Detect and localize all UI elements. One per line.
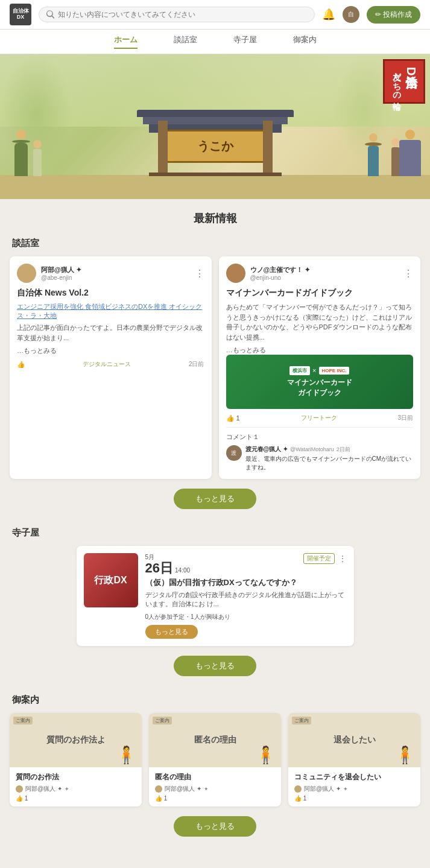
card1-date: 2日前: [189, 360, 204, 369]
card1-handle: @abe-enjin: [41, 274, 190, 281]
cross-symbol: ×: [312, 367, 316, 374]
comment-date: 2日前: [337, 446, 350, 454]
annai-label: 御案内: [10, 694, 420, 706]
card1-user: 阿部@猟人 ✦ @abe-enjin: [41, 265, 190, 281]
terakoya-more-wrap: もっと見る: [10, 656, 420, 676]
annai-grid: ご案内 質問のお作法よ 🧍 質問のお作法 阿部@猟人 ✦ ✦ 👍 1 ご案内: [10, 713, 420, 806]
card2-username: ウノ@主催です！ ✦: [250, 265, 399, 274]
annai-body-1: 質問のお作法 阿部@猟人 ✦ ✦ 👍 1: [10, 767, 142, 806]
card1-link[interactable]: エンジニア採用を強化 食領域ビジネスのDXを推進 オイシックス・ラ・大地: [17, 302, 204, 320]
page-title: 最新情報: [10, 211, 420, 226]
hero-badge: 自治体DX友だちの輪: [383, 59, 425, 104]
search-input[interactable]: [58, 10, 306, 19]
hero-figure-3: [365, 133, 382, 176]
annai-img-text-1: 質問のお作法よ: [46, 735, 106, 746]
annai-dot-1: [16, 785, 23, 793]
terakoya-section: 寺子屋 行政DX 5月 26日 14:00 開催予定 ⋮: [10, 527, 420, 676]
annai-body-3: コミュニティを退会したい 阿部@猟人 ✦ ✦ 👍 1: [288, 767, 420, 806]
comments-count[interactable]: コメント１: [226, 432, 414, 442]
card2-text: あらためて「マイナンバーで何ができるんだっけ？」って知ろうと思うきっかけになる（…: [226, 302, 414, 342]
card2-date: 3日前: [397, 414, 413, 422]
avatar-icon: 自: [348, 10, 354, 19]
hero-figure-1: [12, 130, 30, 176]
gate-sign: うこか: [197, 138, 233, 154]
main-content: 最新情報 談話室 阿部@猟人 ✦ @abe-enjin ⋮ 自治体 News V…: [0, 199, 430, 867]
card1-avatar: [17, 264, 36, 283]
card1-more[interactable]: …もっとみる: [17, 346, 204, 355]
annai-title-3: コミュニティを退会したい: [294, 772, 414, 782]
card2-more[interactable]: …もっとみる: [226, 346, 414, 355]
nav-home[interactable]: ホーム: [114, 34, 138, 49]
annai-img-text-3: 退会したい: [334, 735, 376, 746]
hero-figure-2: [33, 140, 42, 176]
nav-annai[interactable]: 御案内: [293, 34, 317, 49]
card2-header: ウノ@主催です！ ✦ @enjin-uno ⋮: [226, 264, 414, 283]
card2-like[interactable]: 👍 1: [226, 414, 240, 422]
annai-user-2: 阿部@猟人 ✦: [165, 785, 201, 793]
card1-like[interactable]: 👍: [17, 361, 25, 369]
card1-header: 阿部@猟人 ✦ @abe-enjin ⋮: [17, 264, 204, 283]
terakoya-header: 5月 26日 14:00 開催予定 ⋮: [145, 553, 347, 575]
annai-more-wrap: もっと見る: [10, 816, 420, 837]
hero-banner: うこか 自治体DX友だちの輪: [0, 54, 430, 199]
danwashitsu-more-button[interactable]: もっと見る: [174, 489, 256, 509]
card1-footer: 👍 デジタルニュース 2日前: [17, 360, 204, 369]
danwashitsu-card-1: 阿部@猟人 ✦ @abe-enjin ⋮ 自治体 News Vol.2 エンジニ…: [10, 256, 212, 479]
terakoya-date-block: 5月 26日 14:00: [145, 553, 191, 575]
terakoya-section-more-button[interactable]: もっと見る: [174, 656, 256, 676]
annai-figure-2: 🧍: [255, 745, 276, 765]
annai-title-2: 匿名の理由: [155, 772, 275, 782]
main-nav: ホーム 談話室 寺子屋 御案内: [0, 30, 430, 54]
danwashitsu-label: 談話室: [10, 238, 420, 249]
nav-danwashitsu[interactable]: 談話室: [174, 34, 197, 49]
annai-card-2[interactable]: ご案内 匿名の理由 🧍 匿名の理由 阿部@猟人 ✦ ✦ 👍 1: [149, 713, 281, 806]
annai-img-label-1: ご案内: [13, 717, 33, 724]
annai-title-1: 質問のお作法: [16, 772, 136, 782]
terakoya-more-button[interactable]: もっと見る: [145, 625, 198, 639]
comment-item: 渡 渡元春@猟人 ✦ @WatariMotoharu 2日前 最近、電車内の広告…: [226, 445, 414, 472]
card2-user: ウノ@主催です！ ✦ @enjin-uno: [250, 265, 399, 281]
annai-img-1: ご案内 質問のお作法よ 🧍: [10, 713, 142, 767]
post-create-button[interactable]: ✏ 投稿作成: [367, 6, 420, 24]
card2-avatar: [226, 264, 245, 283]
annai-card-3[interactable]: ご案内 退会したい 🧍 コミュニティを退会したい 阿部@猟人 ✦ ✦ 👍 1: [288, 713, 420, 806]
annai-img-2: ご案内 匿名の理由 🧍: [149, 713, 281, 767]
annai-dot-2: [155, 785, 162, 793]
nav-terakoya[interactable]: 寺子屋: [233, 34, 257, 49]
site-logo[interactable]: 自治体DX: [10, 4, 31, 25]
terakoya-body: 5月 26日 14:00 開催予定 ⋮ （仮）国が目指す行政DXってなんですか？…: [145, 553, 347, 639]
danwashitsu-more-wrap: もっと見る: [10, 489, 420, 509]
card1-text: 上記の記事が面白かったですよ。日本の農業分野でデジタル改革支援が始まり...: [17, 323, 204, 343]
annai-figure-1: 🧍: [116, 745, 137, 765]
terakoya-day: 26日 14:00: [145, 562, 191, 575]
card1-title: 自治体 News Vol.2: [17, 288, 204, 299]
card2-title: マイナンバーカードガイドブック: [226, 288, 414, 299]
terakoya-menu-button[interactable]: ⋮: [338, 554, 347, 563]
card2-image: 横浜市 × HOPE INC. マイナンバーカードガイドブック: [226, 355, 414, 409]
annai-body-2: 匿名の理由 阿部@猟人 ✦ ✦ 👍 1: [149, 767, 281, 806]
danwashitsu-cards: 阿部@猟人 ✦ @abe-enjin ⋮ 自治体 News Vol.2 エンジニ…: [10, 256, 420, 479]
annai-img-text-2: 匿名の理由: [194, 735, 236, 746]
annai-card-1[interactable]: ご案内 質問のお作法よ 🧍 質問のお作法 阿部@猟人 ✦ ✦ 👍 1: [10, 713, 142, 806]
user-avatar[interactable]: 自: [343, 6, 359, 23]
annai-img-label-3: ご案内: [292, 717, 311, 724]
card1-menu-button[interactable]: ⋮: [195, 268, 204, 279]
terakoya-title: （仮）国が目指す行政DXってなんですか？: [145, 577, 347, 588]
yokohama-label: 横浜市: [289, 366, 310, 375]
annai-more-button[interactable]: もっと見る: [174, 816, 256, 837]
card1-tag: デジタルニュース: [83, 360, 131, 369]
annai-meta-2: 阿部@猟人 ✦ ✦: [155, 785, 275, 793]
card2-comments: コメント１ 渡 渡元春@猟人 ✦ @WatariMotoharu 2日前 最近、…: [226, 427, 414, 472]
card2-menu-button[interactable]: ⋮: [403, 268, 413, 279]
search-bar: [39, 7, 315, 22]
card2-tag: フリートーク: [301, 414, 337, 422]
terakoya-card: 行政DX 5月 26日 14:00 開催予定 ⋮ （仮）国が目指す: [77, 546, 354, 646]
danwashitsu-section: 談話室 阿部@猟人 ✦ @abe-enjin ⋮ 自治体 News Vol.2 …: [10, 238, 420, 509]
annai-meta-3: 阿部@猟人 ✦ ✦: [294, 785, 414, 793]
terakoya-text: デジタル庁の創設や行政手続きのデジタル化推進が話題に上がっています。自治体にお …: [145, 591, 347, 609]
annai-img-label-2: ご案内: [153, 717, 172, 724]
notification-bell[interactable]: 🔔: [322, 8, 335, 21]
danwashitsu-card-2: ウノ@主催です！ ✦ @enjin-uno ⋮ マイナンバーカードガイドブック …: [219, 256, 421, 479]
annai-likes-1: 👍 1: [16, 795, 136, 802]
card2-image-text: マイナンバーカードガイドブック: [287, 378, 352, 398]
